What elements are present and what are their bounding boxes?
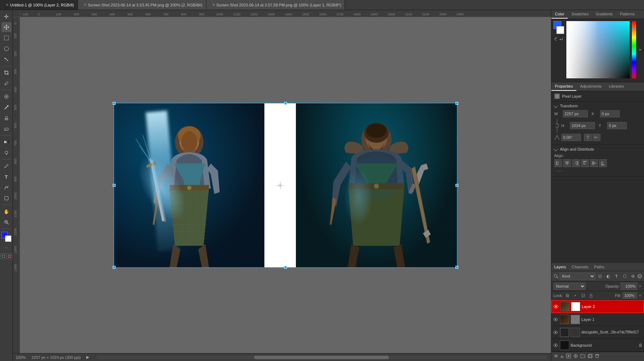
color-spectrum-main[interactable]: [566, 21, 630, 78]
tool-zoom[interactable]: [1, 217, 11, 227]
y-input[interactable]: [607, 122, 627, 129]
layers-filter-text[interactable]: T: [613, 273, 620, 280]
align-more-btn[interactable]: ···: [554, 167, 641, 174]
photoshop-canvas[interactable]: [114, 103, 457, 268]
swap-colors-icon[interactable]: [559, 37, 564, 41]
height-input[interactable]: [570, 122, 595, 129]
tab-libraries[interactable]: Libraries: [605, 82, 628, 91]
hue-bar[interactable]: [632, 21, 636, 78]
layer-row-layer1[interactable]: Layer 1: [551, 313, 644, 326]
layer-new-btn[interactable]: [587, 353, 592, 360]
deezgrafix-visibility[interactable]: [553, 330, 558, 335]
tab-paths[interactable]: Paths: [591, 263, 607, 271]
fill-dropdown-icon[interactable]: [638, 294, 642, 297]
tool-gradient[interactable]: [1, 137, 11, 147]
tab-3-close[interactable]: ✕: [212, 3, 215, 7]
lock-position-btn[interactable]: [572, 292, 579, 299]
tool-more[interactable]: ···: [1, 244, 11, 251]
hue-slider[interactable]: [631, 28, 637, 30]
background-visibility[interactable]: [553, 342, 558, 348]
tool-eraser[interactable]: [1, 124, 11, 134]
x-input[interactable]: [600, 110, 620, 117]
align-center-h-btn[interactable]: [563, 159, 571, 167]
layer-delete-btn[interactable]: [595, 353, 600, 360]
layer-link-btn[interactable]: [553, 353, 558, 360]
tool-text[interactable]: T: [1, 172, 11, 182]
angle-input[interactable]: [561, 134, 581, 141]
tool-arrows[interactable]: ✛: [1, 11, 11, 21]
tool-magic-wand[interactable]: [1, 54, 11, 64]
layers-filter-pixel[interactable]: ⊡: [596, 273, 604, 280]
handle-top-center[interactable]: [284, 102, 287, 105]
layer-mask-btn[interactable]: [566, 353, 571, 360]
layer-row-background[interactable]: Background: [551, 339, 644, 352]
tab-1[interactable]: ✕ Untitled-1 @ 100% (Layer 2, RGB/8): [0, 0, 78, 10]
tab-swatches[interactable]: Swatches: [568, 10, 592, 19]
tab-2-close[interactable]: ✕: [84, 3, 87, 7]
layers-filter-toggle[interactable]: [638, 274, 642, 278]
tool-heal[interactable]: [1, 92, 11, 102]
handle-bottom-center[interactable]: [284, 266, 287, 269]
flip-h-btn[interactable]: [584, 134, 592, 141]
tool-path-select[interactable]: [1, 182, 11, 192]
tool-eyedropper[interactable]: [1, 78, 11, 88]
tool-brush[interactable]: [1, 102, 11, 112]
handle-top-right[interactable]: [455, 102, 458, 105]
align-middle-btn[interactable]: [590, 159, 598, 167]
layers-kind-select[interactable]: Kind: [560, 273, 595, 280]
layer-fx-btn[interactable]: fx: [561, 355, 564, 359]
horizontal-scrollbar[interactable]: [96, 356, 547, 359]
tab-3[interactable]: ✕ Screen Shot 2023-06-14 at 3.57.58 PM.p…: [206, 0, 345, 10]
tab-2[interactable]: ✕ Screen Shot 2023-06-14 at 3.53.45 PM.p…: [78, 0, 206, 10]
handle-bottom-right[interactable]: [455, 266, 458, 269]
blend-mode-select[interactable]: Normal: [553, 283, 586, 290]
tool-dodge[interactable]: [1, 148, 11, 158]
quick-mask-btn[interactable]: [7, 253, 13, 259]
tool-shape[interactable]: [1, 193, 11, 203]
layers-filter-adjust[interactable]: ◐: [605, 273, 612, 280]
align-right-btn[interactable]: [572, 159, 580, 167]
tab-color[interactable]: Color: [551, 10, 568, 19]
transform-header[interactable]: Transform: [554, 104, 641, 108]
tab-1-close[interactable]: ✕: [6, 3, 9, 7]
tool-pen[interactable]: [1, 161, 11, 171]
canvas-area[interactable]: [20, 17, 551, 353]
layer-row-layer2[interactable]: Layer 2: [551, 300, 644, 313]
handle-mid-left[interactable]: [113, 184, 116, 187]
lock-transform-btn[interactable]: [580, 292, 586, 299]
tool-stamp[interactable]: [1, 113, 11, 123]
handle-mid-right[interactable]: [455, 184, 458, 187]
reset-colors-icon[interactable]: [554, 37, 558, 41]
tab-gradients[interactable]: Gradients: [592, 10, 616, 19]
width-input[interactable]: [563, 110, 588, 117]
align-left-btn[interactable]: [554, 159, 562, 167]
panel-expand[interactable]: [638, 21, 642, 78]
tab-patterns[interactable]: Patterns: [616, 10, 638, 19]
background-color[interactable]: [5, 235, 11, 242]
layer-group-btn[interactable]: [580, 353, 585, 360]
lock-pixel-btn[interactable]: [564, 292, 571, 299]
layers-filter-smart[interactable]: ⊛: [629, 273, 636, 280]
tab-properties[interactable]: Properties: [551, 82, 576, 91]
status-arrow[interactable]: ▶: [86, 355, 89, 360]
handle-bottom-left[interactable]: [113, 266, 116, 269]
tool-crop[interactable]: [1, 68, 11, 78]
fill-input[interactable]: [623, 292, 637, 299]
tool-move[interactable]: [1, 22, 11, 32]
layer-row-deezgrafix[interactable]: deezgrafix_Scott...2fe-e7dc7f9fe017: [551, 326, 644, 339]
align-bottom-btn[interactable]: [599, 159, 607, 167]
tool-marquee[interactable]: [1, 33, 11, 43]
tab-channels[interactable]: Channels: [569, 263, 591, 271]
lock-all-btn[interactable]: [588, 292, 594, 299]
flip-v-btn[interactable]: [592, 134, 600, 141]
align-top-btn[interactable]: [581, 159, 589, 167]
tool-hand[interactable]: ✋: [1, 206, 11, 216]
opacity-dropdown-icon[interactable]: [638, 284, 642, 288]
layer1-visibility[interactable]: [553, 317, 558, 322]
handle-top-left[interactable]: [113, 102, 116, 105]
layer2-visibility[interactable]: [553, 304, 559, 309]
standard-mode-btn[interactable]: [0, 253, 6, 259]
layer-adjust-btn[interactable]: [573, 353, 578, 360]
layers-filter-shape[interactable]: ⬡: [621, 273, 628, 280]
align-header[interactable]: Align and Distribute: [554, 147, 641, 151]
